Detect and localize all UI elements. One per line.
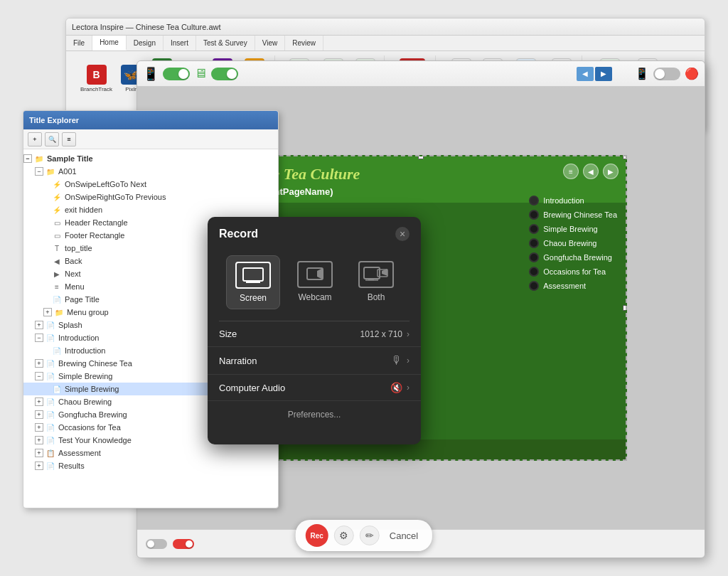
nav-dot-2[interactable]: ◀: [583, 164, 599, 179]
te-page-icon-assessment: 📋: [46, 448, 55, 458]
rd-narration-label: Narration: [219, 356, 257, 366]
menu-label-chaou-brewing: Chaou Brewing: [543, 239, 596, 247]
toggle-phone[interactable]: [653, 68, 680, 80]
te-page-icon-results: 📄: [46, 461, 55, 471]
te-tool-search[interactable]: 🔍: [45, 132, 59, 146]
rd-audio-arrow: ›: [407, 383, 410, 393]
te-brewing-expand[interactable]: +: [35, 359, 43, 368]
rd-computer-audio-value[interactable]: 🔇 ›: [390, 382, 410, 393]
te-item-exit-hidden[interactable]: ⚡ exit hidden: [23, 203, 278, 216]
te-page-icon-splash: 📄: [46, 320, 55, 330]
te-exit-hidden-label: exit hidden: [65, 206, 102, 214]
menu-dot-assessment: [529, 281, 539, 291]
slide-menu-item-introduction[interactable]: Introduction: [529, 196, 617, 206]
te-top-title-label: top_title: [65, 244, 92, 252]
te-assessment-expand[interactable]: +: [35, 449, 43, 457]
record-bottom-bar: Rec ⚙ ✏ Cancel: [296, 520, 432, 551]
te-occasions-expand[interactable]: +: [35, 423, 43, 432]
menu-dot-chaou-brewing: [529, 238, 539, 248]
te-chaou-label: Chaou Brewing: [58, 398, 112, 406]
te-splash-expand[interactable]: +: [35, 321, 43, 329]
te-item-results[interactable]: + 📄 Results: [23, 459, 278, 472]
toggle-bottom-left[interactable]: [146, 539, 167, 549]
cancel-button[interactable]: Cancel: [385, 528, 422, 544]
desktop-red-icon: 🔴: [685, 67, 699, 80]
rec-settings-icon[interactable]: ⚙: [334, 526, 354, 545]
slide-menu-item-brewing-chinese-tea[interactable]: Brewing Chinese Tea: [529, 210, 617, 220]
record-dialog-header: Record ×: [208, 217, 421, 248]
te-page-icon-test: 📄: [46, 435, 55, 445]
rd-option-both[interactable]: Both: [350, 255, 402, 309]
tab-review[interactable]: Review: [285, 36, 323, 50]
te-onswipeleft-label: OnSwipeLeftGoTo Next: [65, 180, 146, 188]
te-tool-expand[interactable]: +: [28, 132, 42, 146]
te-a001-label: A001: [58, 167, 77, 176]
te-gongfucha-expand[interactable]: +: [35, 410, 43, 419]
rec-label: Rec: [311, 532, 323, 540]
ribbon-branchtrack[interactable]: B BranchTrack: [77, 63, 115, 94]
te-results-expand[interactable]: +: [35, 462, 43, 470]
svg-rect-0: [243, 268, 263, 281]
slide-menu-item-occasions[interactable]: Occasions for Tea: [529, 267, 617, 277]
menu-dot-gongfucha: [529, 252, 539, 262]
nav-dot-1[interactable]: ≡: [563, 164, 579, 179]
te-item-onswipeleft[interactable]: ⚡ OnSwipeLeftGoTo Next: [23, 178, 278, 191]
te-test-expand[interactable]: +: [35, 436, 43, 444]
mic-icon: 🎙: [391, 354, 402, 367]
rec-edit-icon[interactable]: ✏: [360, 526, 380, 545]
te-item-a001[interactable]: − 📁 A001: [23, 165, 278, 178]
toolbar-tabs: File Home Design Insert Test & Survey Vi…: [66, 36, 705, 51]
tab-insert[interactable]: Insert: [164, 36, 196, 50]
te-intro-expand[interactable]: −: [35, 334, 43, 342]
tab-design[interactable]: Design: [127, 36, 164, 50]
toggle-bottom-right[interactable]: [173, 539, 194, 549]
slide-menu-item-chaou-brewing[interactable]: Chaou Brewing: [529, 238, 617, 248]
te-chaou-expand[interactable]: +: [35, 398, 43, 406]
te-page-icon-1: 📄: [52, 294, 62, 304]
te-item-assessment[interactable]: + 📋 Assessment: [23, 447, 278, 459]
rd-size-field: Size 1012 x 710 ›: [208, 321, 421, 347]
te-assessment-label: Assessment: [58, 449, 101, 457]
menu-dot-simple-brewing: [529, 224, 539, 234]
tab-test-survey[interactable]: Test & Survey: [196, 36, 255, 50]
tab-view[interactable]: View: [255, 36, 286, 50]
menu-dot-brewing-chinese-tea: [529, 210, 539, 220]
tablet-icon[interactable]: 📱: [143, 66, 159, 82]
slide-menu-item-gongfucha[interactable]: Gongfucha Brewing: [529, 252, 617, 262]
rd-screen-label: Screen: [240, 293, 267, 303]
te-item-onswiperight[interactable]: ⚡ OnSwipeRightGoTo Previous: [23, 191, 278, 203]
te-obj-icon-simple: 📄: [52, 384, 62, 394]
te-tool-filter[interactable]: ≡: [62, 132, 76, 146]
te-obj-icon-2: ▭: [52, 230, 62, 240]
te-menu-group-expand[interactable]: +: [43, 308, 52, 316]
tab-home[interactable]: Home: [92, 36, 127, 50]
slide-menu-item-assessment[interactable]: Assessment: [529, 281, 617, 291]
title-explorer-label: Title Explorer: [29, 116, 79, 124]
nav-prev-arrow[interactable]: ◀: [577, 67, 594, 81]
rd-size-value[interactable]: 1012 x 710 ›: [360, 329, 410, 339]
record-dialog-close[interactable]: ×: [395, 227, 410, 241]
nav-arrows: ◀ ▶: [577, 67, 612, 81]
te-root[interactable]: − 📁 Sample Title: [23, 152, 278, 165]
svg-marker-4: [317, 268, 323, 279]
te-a001-expand[interactable]: −: [35, 167, 43, 176]
slide-menu-item-simple-brewing[interactable]: Simple Brewing: [529, 224, 617, 234]
te-test-label: Test Your Knowledge: [58, 436, 132, 444]
rd-option-screen[interactable]: Screen: [226, 255, 280, 309]
screen-option-icon: [235, 262, 271, 289]
monitor-icon[interactable]: 🖥: [194, 66, 207, 81]
toggle-monitor[interactable]: [211, 68, 238, 80]
rd-option-webcam[interactable]: Webcam: [289, 255, 341, 309]
nav-dot-3[interactable]: ▶: [603, 164, 619, 179]
te-intro-label: Introduction: [58, 334, 99, 342]
rd-narration-value[interactable]: 🎙 ›: [391, 354, 410, 367]
te-splash-label: Splash: [58, 321, 82, 329]
te-simple-expand[interactable]: −: [35, 372, 43, 380]
nav-next-arrow[interactable]: ▶: [595, 67, 612, 81]
tab-file[interactable]: File: [66, 36, 92, 50]
te-page-title-label: Page Title: [65, 295, 100, 304]
toggle-tablet[interactable]: [163, 68, 190, 80]
te-root-expand[interactable]: −: [23, 154, 32, 163]
rd-preferences-link[interactable]: Preferences...: [208, 401, 421, 428]
rec-button[interactable]: Rec: [306, 524, 328, 547]
